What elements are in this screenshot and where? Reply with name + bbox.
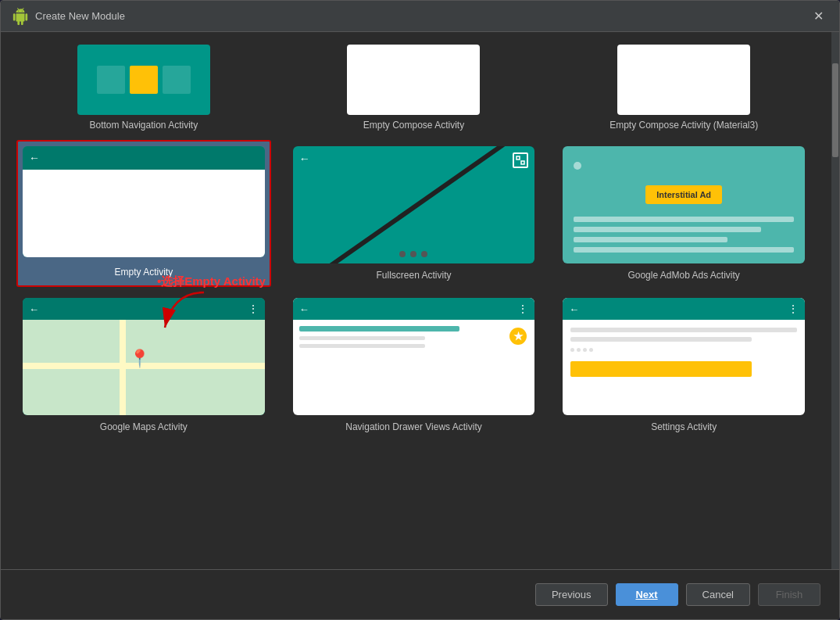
preview-bottom-nav <box>77 45 210 115</box>
admob-line-4 <box>574 247 794 253</box>
list-bar-sm-2 <box>299 344 426 348</box>
preview-diagonal-bar <box>293 146 535 263</box>
preview-phone-screen: ← <box>293 146 535 263</box>
preview-admob: Interstitial Ad <box>563 146 805 263</box>
preview-fullscreen: ← <box>293 146 535 263</box>
color-block-1 <box>97 66 125 94</box>
admob-lines <box>574 217 794 253</box>
map-pin-icon: 📍 <box>129 349 150 369</box>
preview-maps: ← ⋮ 📍 <box>23 298 265 415</box>
settings-dots <box>570 348 797 352</box>
preview-empty-activity: ← <box>23 146 265 257</box>
color-block-2 <box>130 66 158 94</box>
preview-maps-topbar: ← ⋮ <box>23 298 265 320</box>
list-bar-1 <box>299 326 460 332</box>
card-nav-drawer-label: Navigation Drawer Views Activity <box>345 421 482 432</box>
settings-dot-2 <box>577 348 581 352</box>
android-icon <box>12 8 29 25</box>
map-road-v <box>120 320 126 415</box>
title-bar: Create New Module ✕ <box>1 1 839 32</box>
preview-empty-compose <box>347 45 480 115</box>
content-area: •选择Empty Activity <box>1 32 839 569</box>
settings-dot-4 <box>589 348 593 352</box>
preview-empty-compose-m3 <box>617 45 750 115</box>
next-button[interactable]: Next <box>616 583 678 606</box>
previous-button[interactable]: Previous <box>535 583 608 606</box>
next-label-text: Next <box>635 589 657 600</box>
card-empty-activity[interactable]: ← Empty Activity <box>16 140 271 287</box>
settings-dot-1 <box>570 348 574 352</box>
finish-button[interactable]: Finish <box>758 583 820 606</box>
phone-dot-3 <box>421 251 427 257</box>
phone-dot-1 <box>399 251 406 257</box>
scrollbar-thumb[interactable] <box>832 63 838 157</box>
preview-arrow-icon: ← <box>299 152 310 165</box>
preview-white-area <box>347 45 480 115</box>
preview-expand-icon <box>513 152 528 168</box>
card-empty-activity-label: Empty Activity <box>23 263 265 281</box>
scrollbar-track[interactable] <box>831 32 839 569</box>
preview-settings-topbar: ← ⋮ <box>563 298 805 320</box>
card-admob-label: Google AdMob Ads Activity <box>627 270 739 281</box>
fab-button-icon: ★ <box>509 328 527 345</box>
card-settings-label: Settings Activity <box>651 421 717 432</box>
preview-fullscreen-top: ← <box>299 152 310 165</box>
drawer-back-arrow-icon: ← <box>299 303 309 315</box>
settings-line-2 <box>570 337 752 342</box>
phone-dot-2 <box>410 251 416 257</box>
card-settings[interactable]: ← ⋮ Settings <box>556 292 811 439</box>
preview-top-bar: ← <box>23 146 265 170</box>
svg-rect-2 <box>521 161 524 164</box>
card-fullscreen[interactable]: ← <box>287 140 542 287</box>
settings-yellow-bar <box>570 361 752 377</box>
maps-menu-icon: ⋮ <box>248 303 259 315</box>
map-body: 📍 <box>23 320 265 415</box>
expand-svg <box>516 156 525 165</box>
maps-back-arrow-icon: ← <box>29 303 39 315</box>
card-nav-drawer[interactable]: ← ⋮ ★ Navigation Drawer Views Activity <box>287 292 542 439</box>
settings-line-1 <box>570 328 797 332</box>
card-bottom-nav[interactable]: Bottom Navigation Activity <box>16 40 271 135</box>
settings-menu-icon: ⋮ <box>788 303 799 315</box>
admob-line-2 <box>574 227 760 232</box>
card-bottom-nav-label: Bottom Navigation Activity <box>89 120 198 131</box>
preview-white-m3 <box>617 45 750 115</box>
settings-dot-3 <box>583 348 587 352</box>
card-maps-label: Google Maps Activity <box>100 421 188 432</box>
close-button[interactable]: ✕ <box>809 7 828 25</box>
title-left: Create New Module <box>12 8 125 25</box>
card-empty-compose-label: Empty Compose Activity <box>363 120 464 131</box>
dialog-title: Create New Module <box>35 10 125 22</box>
card-empty-compose-m3-label: Empty Compose Activity (Material3) <box>609 120 758 131</box>
admob-dot <box>574 162 581 170</box>
list-content: ★ <box>293 320 535 415</box>
admob-line-1 <box>574 217 794 222</box>
preview-drawer-topbar: ← ⋮ <box>293 298 535 320</box>
svg-rect-1 <box>517 156 520 159</box>
preview-phone-dots <box>399 251 427 257</box>
preview-back-arrow-icon: ← <box>29 152 40 164</box>
settings-back-arrow-icon: ← <box>569 303 579 315</box>
dialog-footer: Previous Next Cancel Finish <box>1 569 839 619</box>
card-empty-compose[interactable]: Empty Compose Activity <box>287 40 542 135</box>
card-fullscreen-label: Fullscreen Activity <box>376 270 451 281</box>
card-maps[interactable]: ← ⋮ 📍 Google Maps Activity <box>16 292 271 439</box>
card-empty-compose-m3[interactable]: Empty Compose Activity (Material3) <box>556 40 811 135</box>
preview-body <box>23 170 265 257</box>
list-bar-sm-1 <box>299 336 426 340</box>
settings-content <box>563 320 805 415</box>
card-admob[interactable]: Interstitial Ad Google AdMob Ads Activit… <box>556 140 811 287</box>
admob-line-3 <box>574 237 727 242</box>
preview-nav-drawer: ← ⋮ ★ <box>293 298 535 415</box>
cancel-button[interactable]: Cancel <box>686 583 750 606</box>
drawer-menu-icon: ⋮ <box>517 303 528 315</box>
preview-settings: ← ⋮ <box>563 298 805 415</box>
color-block-3 <box>163 66 191 94</box>
create-module-dialog: Create New Module ✕ •选择Empty Activity <box>0 0 840 620</box>
admob-ad-button: Interstitial Ad <box>645 185 722 204</box>
